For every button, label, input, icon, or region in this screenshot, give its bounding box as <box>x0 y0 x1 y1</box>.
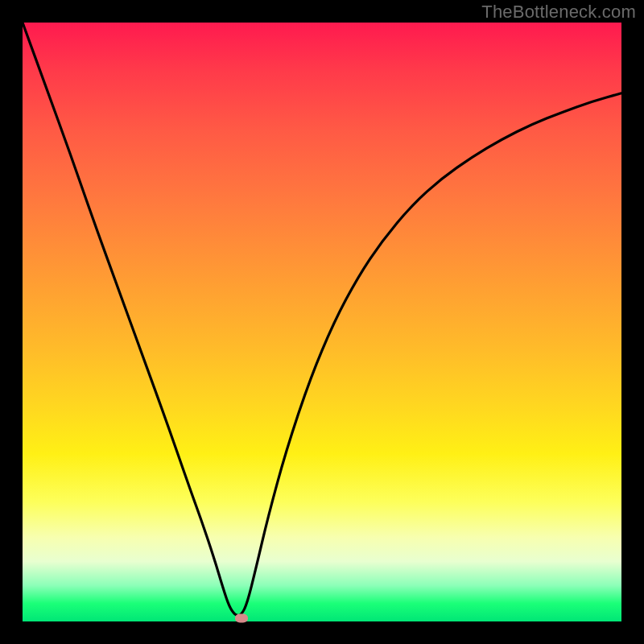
chart-plot-area <box>23 23 621 621</box>
curve-svg <box>23 23 621 621</box>
chart-frame: TheBottleneck.com <box>0 0 644 644</box>
bottleneck-curve <box>23 23 621 616</box>
optimum-marker <box>235 614 248 623</box>
watermark-text: TheBottleneck.com <box>481 2 636 23</box>
